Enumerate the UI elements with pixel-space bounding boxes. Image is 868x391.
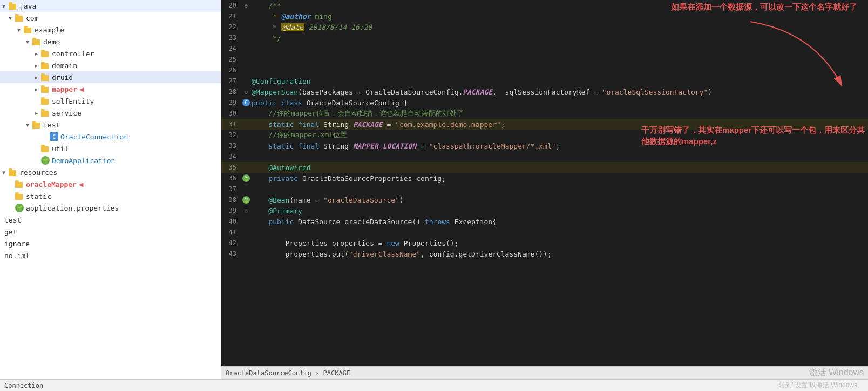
tree-label: test [43, 121, 60, 129]
tree-label: ignore [4, 240, 30, 248]
connection-label: Connection [4, 382, 43, 389]
tree-item-static[interactable]: static [0, 190, 221, 202]
code-line-29: 29 C public class OracleDataSourceConfig… [221, 97, 868, 108]
file-tree[interactable]: ▼ java ▼ com ▼ example ▼ demo ▶ controll… [0, 0, 221, 379]
code-line-36: 36 🍃 private OracleDataSourceProperties … [221, 173, 868, 184]
connection-bar: Connection 转到"设置"以激活 Windows。 [0, 379, 868, 391]
tree-label: com [26, 14, 38, 22]
tree-label: resources [19, 168, 57, 177]
tree-label: oracleMapper [26, 180, 77, 188]
tree-item-domain[interactable]: ▶ domain [0, 59, 221, 71]
tree-item-controller[interactable]: ▶ controller [0, 48, 221, 59]
folder-icon [32, 122, 41, 129]
folder-icon [41, 98, 50, 105]
windows-watermark-sub: 转到"设置"以激活 Windows。 [779, 381, 864, 390]
tree-item-druid[interactable]: ▶ druid [0, 71, 221, 83]
expand-arrow: ▼ [2, 170, 9, 176]
file-c-icon: C [50, 132, 58, 141]
tree-label: util [52, 145, 69, 153]
folder-icon [41, 50, 50, 57]
tree-item-get[interactable]: get [0, 226, 221, 238]
tree-label: controller [52, 50, 94, 58]
code-line-39: 39 ⊖ @Primary [221, 205, 868, 216]
tree-item-oracleconnection[interactable]: C OracleConnection [0, 131, 221, 143]
tree-item-test2[interactable]: test [0, 214, 221, 226]
tree-label: selfEntity [52, 97, 94, 105]
folder-icon [41, 145, 50, 152]
folder-icon [9, 169, 17, 176]
folder-icon [15, 15, 24, 22]
code-line-43: 43 properties.put("driverClassName", con… [221, 248, 868, 259]
code-line-25: 25 [221, 54, 868, 65]
tree-item-example[interactable]: ▼ example [0, 24, 221, 36]
spring-props-icon: 🌱 [15, 204, 24, 212]
fold-icon: ⊖ [245, 3, 248, 9]
code-line-22: 22 * @date 2018/8/14 16:20 [221, 22, 868, 32]
code-line-35: 35 @Autowired [221, 162, 868, 173]
code-editor[interactable]: 20 ⊖ /** 21 * @author ming [221, 0, 868, 379]
folder-icon [15, 193, 24, 200]
code-line-27: 27 @Configuration [221, 76, 868, 86]
expand-arrow: ▶ [35, 86, 41, 92]
code-line-30: 30 //你的mapper位置，会自动扫描，这也就是自动装配的好处了 [221, 108, 868, 119]
tree-label: DemoApplication [52, 157, 115, 165]
folder-icon [32, 38, 41, 45]
tree-item-noiml[interactable]: no.iml [0, 250, 221, 261]
code-line-34: 34 [221, 151, 868, 162]
tree-label: get [4, 228, 17, 236]
folder-icon [41, 86, 50, 93]
code-line-42: 42 Properties properties = new Propertie… [221, 238, 868, 248]
expand-arrow: ▶ [35, 63, 41, 69]
tree-item-appprops[interactable]: 🌱 application.properties [0, 202, 221, 214]
code-line-24: 24 [221, 43, 868, 54]
tree-item-ignore[interactable]: ignore [0, 238, 221, 250]
folder-icon [41, 74, 50, 81]
tree-item-com[interactable]: ▼ com [0, 12, 221, 24]
code-line-21: 21 * @author ming [221, 11, 868, 22]
code-line-41: 41 [221, 227, 868, 238]
tree-label: java [19, 2, 36, 10]
tree-item-service[interactable]: ▶ service [0, 107, 221, 119]
tree-item-oraclemapper[interactable]: oracleMapper ◀ [0, 178, 221, 190]
tree-label: demo [43, 38, 60, 46]
folder-icon [41, 110, 50, 117]
tree-label: example [35, 26, 64, 34]
windows-watermark-line1: 激活 Windows [809, 367, 864, 379]
tree-label: no.iml [4, 252, 30, 260]
expand-arrow: ▶ [35, 75, 41, 80]
tree-item-util[interactable]: util [0, 143, 221, 154]
leaf-icon2: 🍃 [242, 196, 250, 204]
spring-icon: 🌱 [41, 156, 50, 165]
code-line-26: 26 [221, 65, 868, 76]
tree-label: service [52, 109, 82, 117]
tree-item-selfentity[interactable]: selfEntity [0, 95, 221, 107]
expand-arrow: ▼ [2, 3, 9, 9]
tree-item-test[interactable]: ▼ test [0, 119, 221, 131]
folder-icon [24, 26, 32, 33]
run-icon: C [242, 99, 250, 106]
code-line-33: 33 static final String MAPPER_LOCATION =… [221, 140, 868, 151]
expand-arrow: ▼ [26, 122, 32, 128]
tree-item-demo[interactable]: ▼ demo [0, 36, 221, 48]
tree-item-java[interactable]: ▼ java [0, 0, 221, 12]
tree-item-demoapplication[interactable]: 🌱 DemoApplication [0, 154, 221, 166]
status-bar: OracleDataSourceConfig › PACKAGE 激活 Wind… [221, 366, 868, 379]
tree-item-resources[interactable]: ▼ resources [0, 166, 221, 178]
fold-icon2: ⊖ [245, 208, 248, 214]
folder-icon [15, 181, 24, 188]
folder-icon [41, 62, 50, 69]
code-line-40: 40 public DataSource oracleDataSource() … [221, 216, 868, 227]
tree-label: OracleConnection [60, 133, 128, 141]
expand-arrow: ▶ [35, 51, 41, 57]
tree-item-mapper[interactable]: ▶ mapper ◀ [0, 83, 221, 95]
tree-label: domain [52, 62, 77, 70]
leaf-icon: 🍃 [242, 174, 250, 182]
folder-icon [9, 3, 17, 10]
expand-arrow: ▶ [35, 110, 41, 116]
code-line-32: 32 //你的mapper.xml位置 [221, 130, 868, 140]
expand-arrow: ▼ [9, 15, 15, 21]
tree-label: application.properties [26, 204, 119, 212]
tree-label: druid [52, 73, 73, 82]
code-line-31: 31 static final String PACKAGE = "com.ex… [221, 119, 868, 130]
tree-label: mapper [52, 85, 77, 93]
